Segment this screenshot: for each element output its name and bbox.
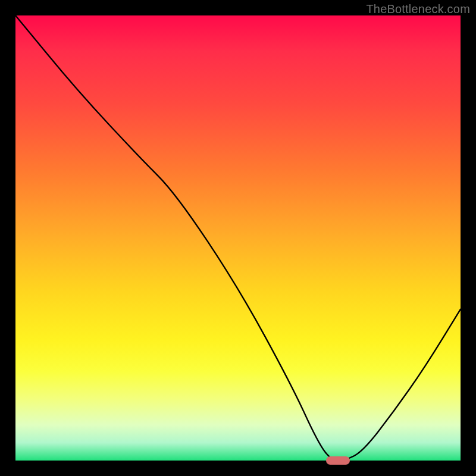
chart-frame: TheBottleneck.com <box>0 0 476 476</box>
plot-area <box>15 15 461 461</box>
bottleneck-curve <box>15 15 461 461</box>
watermark-label: TheBottleneck.com <box>366 2 470 16</box>
optimal-marker <box>326 456 350 465</box>
